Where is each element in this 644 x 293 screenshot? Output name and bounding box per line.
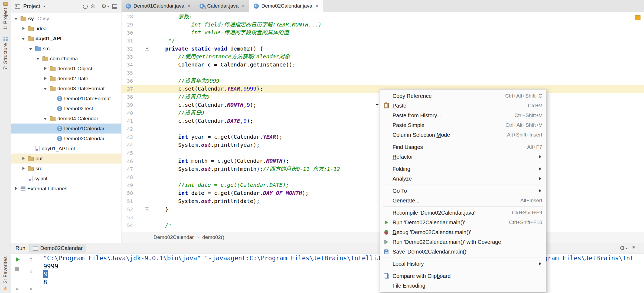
menu-item-file-encoding[interactable]: File Encoding <box>380 281 546 291</box>
tab-close-icon[interactable]: × <box>188 3 191 9</box>
run-config-tab[interactable]: Demo02Calendar <box>29 244 86 252</box>
chevron-closed-icon[interactable] <box>14 186 19 191</box>
chevron-down-icon[interactable] <box>43 6 46 9</box>
code-line[interactable]: */ <box>152 37 638 45</box>
fold-marker-icon[interactable] <box>145 207 149 211</box>
gutter-line: 35 <box>122 69 151 77</box>
rerun-icon[interactable] <box>16 257 20 262</box>
tree-item-demo02-date[interactable]: demo02.Date <box>11 74 121 84</box>
context-menu: Copy ReferenceCtrl+Alt+Shift+CPasteCtrl+… <box>380 89 546 292</box>
tree-item-sy-iml[interactable]: sy.iml <box>11 174 121 184</box>
tree-item-src[interactable]: src <box>11 164 121 174</box>
chevron-closed-icon[interactable] <box>21 166 26 171</box>
project-panel-title[interactable]: Project <box>23 3 40 9</box>
menu-item-compare-with-clipboard[interactable]: Compare with Clipboard <box>380 271 546 281</box>
editor-tab-calendar-java[interactable]: Calendar.java× <box>195 0 249 12</box>
sync-icon[interactable] <box>83 4 88 9</box>
menu-item-folding[interactable]: Folding <box>380 164 546 174</box>
tree-item-label: demo03.DateFormat <box>57 86 104 92</box>
menu-item-local-history[interactable]: Local History <box>380 259 546 269</box>
menu-item-save-demo02calendar-main[interactable]: Save 'Demo02Calendar.main()' <box>380 247 546 257</box>
tab-close-icon[interactable]: × <box>315 3 318 9</box>
code-token: .println(year); <box>211 142 260 148</box>
editor-tab-demo01calendar-java[interactable]: Demo01Calendar.java× <box>122 0 195 12</box>
editor-tab-demo02calendar-java[interactable]: Demo02Calendar.java× <box>249 0 323 12</box>
hide-panel-icon[interactable] <box>112 4 117 9</box>
tree-item-demo04-calendar[interactable]: demo04.Calendar <box>11 114 121 124</box>
toolwindow-button-label: 2: Favorites <box>3 256 8 283</box>
menu-item-copy-reference[interactable]: Copy ReferenceCtrl+Alt+Shift+C <box>380 91 546 101</box>
tree-item-external-libraries[interactable]: External Libraries <box>11 184 121 194</box>
tree-item-label: src <box>35 166 42 172</box>
expand-right-icon[interactable]: » <box>30 285 32 291</box>
code-line[interactable]: private static void demo02() { <box>152 45 638 53</box>
dock-pin-icon[interactable] <box>632 246 636 251</box>
chevron-open-icon[interactable] <box>28 46 33 51</box>
chevron-open-icon[interactable] <box>14 16 19 21</box>
breadcrumb-separator-icon: › <box>197 235 199 240</box>
tree-item-sy[interactable]: syC:\sy <box>11 14 121 24</box>
chevron-closed-icon[interactable] <box>43 66 48 71</box>
menu-item-column-selection-mode[interactable]: Column Selection ModeAlt+Shift+Insert <box>380 130 546 140</box>
tree-item-src[interactable]: src <box>11 44 121 54</box>
fold-marker-icon[interactable] <box>145 47 149 51</box>
toolwindow-button-1-project[interactable]: 1: Project <box>3 2 8 30</box>
code-token <box>152 109 178 116</box>
chevron-closed-icon[interactable] <box>43 76 48 81</box>
code-line[interactable]: int value:传递的字段设置的具体的值 <box>152 29 638 37</box>
line-number: 54 <box>122 222 133 228</box>
expand-left-icon[interactable]: » <box>16 285 19 291</box>
menu-item-paste-from-history[interactable]: Paste from History...Ctrl+Shift+V <box>380 111 546 120</box>
menu-item-refactor[interactable]: Refactor <box>380 152 546 162</box>
tree-item-demo02calendar[interactable]: Demo02Calendar <box>11 134 121 144</box>
tree-item-day01-api-iml[interactable]: day01_API.iml <box>11 144 121 154</box>
chevron-open-icon[interactable] <box>36 56 41 61</box>
tree-item-idea[interactable]: .idea <box>11 24 121 34</box>
tree-item-demo03-dateformat[interactable]: demo03.DateFormat <box>11 84 121 94</box>
menu-item-paste-simple[interactable]: Paste SimpleCtrl+Alt+Shift+V <box>380 120 546 130</box>
chevron-open-icon[interactable] <box>21 36 26 41</box>
editor-tab-label: Calendar.java <box>207 3 238 9</box>
tree-item-com-itheima[interactable]: com.itheima <box>11 54 121 64</box>
tree-item-day01-api[interactable]: day01_API <box>11 34 121 44</box>
code-line[interactable]: //设置年为9999 <box>152 77 638 85</box>
run-settings-gear-icon[interactable] <box>620 245 628 251</box>
code-token: } <box>152 206 168 212</box>
up-stack-icon[interactable]: ↑ <box>29 257 34 263</box>
menu-item-generate[interactable]: Generate...Alt+Insert <box>380 196 546 205</box>
tree-item-demo01-object[interactable]: demo01.Object <box>11 64 121 74</box>
tab-close-icon[interactable]: × <box>242 3 245 9</box>
code-line[interactable]: int field:传递指定的日历字段(YEAR,MONTH...) <box>152 21 638 29</box>
chevron-closed-icon[interactable] <box>21 156 26 161</box>
menu-item-run-demo02calendar-main[interactable]: Run 'Demo02Calendar.main()'Ctrl+Shift+F1… <box>380 218 546 227</box>
menu-item-run-demo02calendar-main-with-coverage[interactable]: Run 'Demo02Calendar.main()' with Coverag… <box>380 237 546 247</box>
tree-item-demo02test[interactable]: Demo02Test <box>11 104 121 114</box>
tree-item-demo01calendar[interactable]: Demo01Calendar <box>11 124 121 134</box>
code-line[interactable] <box>152 69 638 77</box>
tree-item-out[interactable]: out <box>11 154 121 164</box>
collapse-all-icon[interactable] <box>91 4 95 9</box>
menu-item-go-to[interactable]: Go To <box>380 186 546 196</box>
menu-item-recompile-demo02calendar-java[interactable]: Recompile 'Demo02Calendar.java'Ctrl+Shif… <box>380 208 546 218</box>
menu-item-find-usages[interactable]: Find UsagesAlt+F7 <box>380 142 546 152</box>
chevron-open-icon[interactable] <box>43 116 48 121</box>
code-line[interactable]: Calendar c = Calendar.getInstance(); <box>152 61 638 69</box>
toolwindow-button-7-structure[interactable]: 7: Structure <box>3 37 8 70</box>
chevron-open-icon[interactable] <box>43 86 48 91</box>
stop-icon[interactable] <box>15 267 19 271</box>
breadcrumb-method[interactable]: demo02() <box>202 234 224 240</box>
breadcrumb-class[interactable]: Demo02Calendar <box>153 234 194 240</box>
menu-item-paste[interactable]: PasteCtrl+V <box>380 101 546 111</box>
code-line[interactable]: //使用getInstance方法获取Calendar对象 <box>152 53 638 61</box>
chevron-closed-icon[interactable] <box>21 26 26 31</box>
menu-item-debug-demo02calendar-main[interactable]: Debug 'Demo02Calendar.main()' <box>380 227 546 237</box>
chevron-spacer <box>50 106 55 111</box>
line-number: 42 <box>122 126 133 132</box>
toolwindow-button-2-favorites[interactable]: 2: Favorites <box>3 256 8 291</box>
menu-item-analyze[interactable]: Analyze <box>380 174 546 184</box>
code-line[interactable]: 参数: <box>152 13 638 21</box>
tree-item-demo01dateformat[interactable]: Demo01DateFormat <box>11 94 121 104</box>
gutter-line: 54 <box>122 221 151 229</box>
down-stack-icon[interactable]: ↓ <box>29 268 34 274</box>
settings-gear-icon[interactable] <box>101 4 109 9</box>
